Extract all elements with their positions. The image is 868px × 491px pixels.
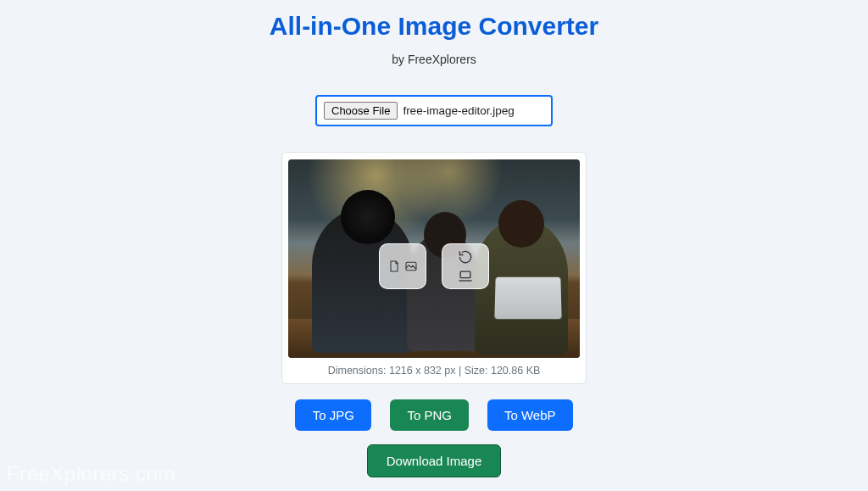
file-input-container[interactable]: Choose File free-image-editor.jpeg [315,95,553,126]
byline: by FreeXplorers [392,53,476,66]
convert-button-row: To JPG To PNG To WebP [295,399,572,431]
laptop-icon [457,268,474,285]
preview-image [288,159,580,358]
image-meta-text: Dimensions: 1216 x 832 px | Size: 120.86… [328,365,541,377]
image-icon [404,259,418,274]
page-title: All-in-One Image Converter [270,12,598,41]
selected-filename: free-image-editor.jpeg [403,104,514,117]
overlay-tool-tiles [379,243,489,289]
preview-card: Dimensions: 1216 x 832 px | Size: 120.86… [281,152,587,384]
tool-tile-left [379,243,426,289]
document-icon [387,259,401,274]
tool-tile-right [442,243,489,289]
watermark: FreeXplorers.com [7,462,175,486]
to-jpg-button[interactable]: To JPG [295,399,371,431]
choose-file-button[interactable]: Choose File [324,102,398,120]
download-image-button[interactable]: Download Image [367,444,502,477]
rotate-icon [457,248,474,265]
to-webp-button[interactable]: To WebP [487,399,573,431]
to-png-button[interactable]: To PNG [390,399,469,431]
svg-rect-1 [460,271,470,278]
